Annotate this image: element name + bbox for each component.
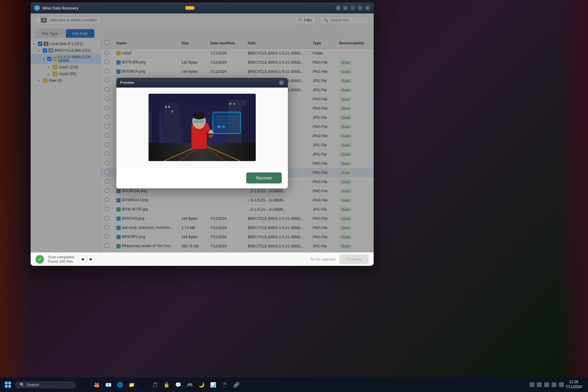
svg-rect-9 [172, 111, 173, 112]
tray-icon-4[interactable] [552, 382, 556, 387]
svg-rect-11 [234, 103, 235, 105]
status-check-icon: ✓ [36, 255, 44, 264]
modal-recover-button[interactable]: Recover [246, 172, 282, 183]
svg-rect-8 [168, 106, 170, 108]
taskbar-phone-icon[interactable]: 📱 [219, 379, 230, 390]
app-logo-icon [34, 5, 40, 11]
system-clock[interactable]: 11:26 7/11/2024 [566, 380, 582, 389]
preview-image [149, 94, 256, 161]
svg-point-29 [217, 125, 221, 128]
svg-rect-31 [208, 134, 214, 135]
taskbar-app2-icon[interactable]: 🔗 [231, 379, 242, 390]
taskbar-icons: 🗂 🦊 📧 🌐 📁 ⚙ 🎵 🔒 💬 🎮 🌙 📊 📱 🔗 [80, 379, 242, 390]
app-window: Wise Data Recovery PRO ⊟ ✏ − □ ✕ 🖥 Click… [31, 2, 374, 266]
tray-icon-3[interactable] [544, 382, 549, 387]
clock-time: 11:26 [566, 380, 582, 385]
taskbar-search-text: Search [26, 383, 39, 387]
taskbar-files-icon[interactable]: 🗂 [80, 379, 91, 390]
menu-icon[interactable]: ⊟ [336, 6, 341, 10]
no-file-selected-text: No file selected [311, 257, 336, 262]
taskbar-chart-icon[interactable]: 📊 [208, 379, 219, 390]
scan-complete-text: Scan completed. [48, 255, 75, 259]
clock-date: 7/11/2024 [566, 385, 582, 390]
pagination: ◀ ▶ [79, 256, 95, 263]
app-badge: PRO [185, 6, 194, 10]
modal-body [116, 88, 288, 167]
system-tray: 11:26 7/11/2024 [526, 380, 586, 389]
minimize-button[interactable]: − [350, 6, 355, 10]
prev-page-button[interactable]: ◀ [79, 256, 86, 263]
preview-image-container [149, 94, 256, 161]
windows-logo-icon [5, 382, 11, 388]
tray-icons [530, 382, 564, 387]
modal-footer: Recover [116, 167, 288, 188]
edit-icon[interactable]: ✏ [343, 6, 348, 10]
taskbar-browser-fox-icon[interactable]: 🦊 [91, 379, 102, 390]
taskbar-chat-icon[interactable]: 💬 [173, 379, 184, 390]
status-text-area: Scan completed. Found 336 files [48, 255, 75, 264]
start-button[interactable] [2, 379, 13, 390]
found-files-text: Found 336 files [48, 259, 75, 264]
preview-modal: Preview × [116, 78, 288, 188]
svg-rect-21 [199, 120, 204, 123]
taskbar-moon-icon[interactable]: 🌙 [196, 379, 207, 390]
tray-icon-2[interactable] [537, 382, 542, 387]
svg-point-30 [222, 125, 225, 128]
window-controls: ⊟ ✏ − □ ✕ [336, 6, 370, 10]
svg-rect-10 [230, 103, 231, 105]
taskbar-folder-icon[interactable]: 📁 [126, 379, 137, 390]
taskbar-music-icon[interactable]: 🎵 [149, 379, 160, 390]
taskbar-search-box[interactable]: 🔍 Search [15, 381, 76, 388]
taskbar-search-icon: 🔍 [20, 383, 24, 387]
recover-button-disabled[interactable]: Recover [339, 254, 369, 264]
svg-point-19 [192, 112, 206, 119]
svg-rect-7 [165, 106, 167, 108]
tray-icon-5[interactable] [559, 382, 564, 387]
maximize-button[interactable]: □ [358, 6, 363, 10]
close-button[interactable]: ✕ [365, 6, 370, 10]
taskbar-game-icon[interactable]: 🎮 [184, 379, 195, 390]
title-bar: Wise Data Recovery PRO ⊟ ✏ − □ ✕ [31, 2, 374, 13]
taskbar-edge-icon[interactable]: 🌐 [115, 379, 126, 390]
taskbar: 🔍 Search 🗂 🦊 📧 🌐 📁 ⚙ 🎵 🔒 💬 🎮 🌙 📊 📱 🔗 11:… [0, 377, 588, 392]
taskbar-mail-icon[interactable]: 📧 [103, 379, 114, 390]
taskbar-settings-icon[interactable]: ⚙ [138, 379, 149, 390]
status-bar: ✓ Scan completed. Found 336 files ◀ ▶ No… [31, 252, 374, 266]
modal-overlay: Preview × [31, 13, 374, 252]
modal-title: Preview [120, 80, 134, 85]
tray-icon-1[interactable] [530, 382, 534, 387]
taskbar-security-icon[interactable]: 🔒 [161, 379, 172, 390]
modal-close-button[interactable]: × [279, 80, 284, 85]
modal-header: Preview × [116, 78, 288, 88]
app-title: Wise Data Recovery [42, 6, 183, 10]
next-page-button[interactable]: ▶ [87, 256, 95, 263]
svg-rect-20 [194, 120, 199, 123]
